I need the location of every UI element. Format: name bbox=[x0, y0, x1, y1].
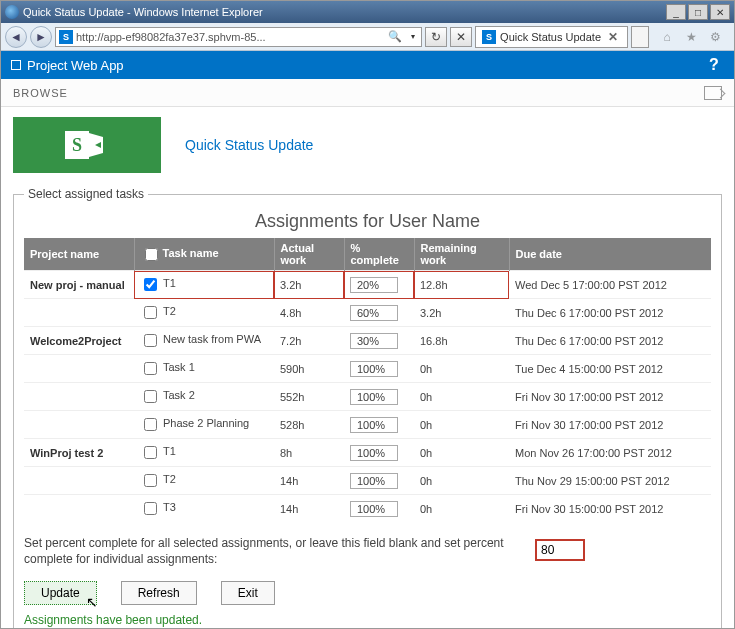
search-icon[interactable]: 🔍 bbox=[385, 30, 405, 43]
cell-task: T2 bbox=[134, 467, 274, 495]
cell-due: Mon Nov 26 17:00:00 PST 2012 bbox=[509, 439, 711, 467]
cell-due: Wed Dec 5 17:00:00 PST 2012 bbox=[509, 271, 711, 299]
suite-bar: Project Web App ? bbox=[1, 51, 734, 79]
cell-actual: 8h bbox=[274, 439, 344, 467]
task-checkbox[interactable] bbox=[144, 446, 157, 459]
pct-input[interactable]: 20% bbox=[350, 277, 398, 293]
close-button[interactable]: ✕ bbox=[710, 4, 730, 20]
pct-input[interactable]: 100% bbox=[350, 501, 398, 517]
table-row: Phase 2 Planning528h100%0hFri Nov 30 17:… bbox=[24, 411, 711, 439]
pct-input[interactable]: 100% bbox=[350, 417, 398, 433]
exit-button[interactable]: Exit bbox=[221, 581, 275, 605]
cell-actual: 14h bbox=[274, 495, 344, 523]
cell-pct: 60% bbox=[344, 299, 414, 327]
favorites-icon[interactable]: ★ bbox=[682, 28, 700, 46]
help-icon[interactable]: ? bbox=[704, 55, 724, 75]
task-checkbox[interactable] bbox=[144, 474, 157, 487]
task-checkbox[interactable] bbox=[144, 502, 157, 515]
app-header: S Quick Status Update bbox=[13, 117, 722, 173]
col-due: Due date bbox=[509, 238, 711, 271]
cell-remaining: 0h bbox=[414, 411, 509, 439]
table-header-row: Project name Task name Actual work % com… bbox=[24, 238, 711, 271]
task-checkbox[interactable] bbox=[144, 334, 157, 347]
task-name: T3 bbox=[163, 501, 176, 513]
task-name: Task 2 bbox=[163, 389, 195, 401]
bulk-percent-input[interactable] bbox=[536, 540, 584, 560]
table-row: T214h100%0hThu Nov 29 15:00:00 PST 2012 bbox=[24, 467, 711, 495]
browser-tab[interactable]: S Quick Status Update ✕ bbox=[475, 26, 628, 48]
cell-task: T1 bbox=[134, 271, 274, 299]
minimize-button[interactable]: _ bbox=[666, 4, 686, 20]
new-tab-button[interactable] bbox=[631, 26, 649, 48]
back-button[interactable]: ◄ bbox=[5, 26, 27, 48]
table-row: WinProj test 2T18h100%0hMon Nov 26 17:00… bbox=[24, 439, 711, 467]
table-row: Task 2552h100%0hFri Nov 30 17:00:00 PST … bbox=[24, 383, 711, 411]
refresh-button[interactable]: ↻ bbox=[425, 27, 447, 47]
refresh-page-button[interactable]: Refresh bbox=[121, 581, 197, 605]
cell-task: T3 bbox=[134, 495, 274, 523]
ribbon-row: BROWSE bbox=[1, 79, 734, 107]
task-checkbox[interactable] bbox=[144, 390, 157, 403]
pct-input[interactable]: 30% bbox=[350, 333, 398, 349]
cell-project bbox=[24, 355, 134, 383]
cell-due: Tue Dec 4 15:00:00 PST 2012 bbox=[509, 355, 711, 383]
cell-remaining: 0h bbox=[414, 439, 509, 467]
task-checkbox[interactable] bbox=[144, 362, 157, 375]
cell-actual: 552h bbox=[274, 383, 344, 411]
cell-due: Thu Nov 29 15:00:00 PST 2012 bbox=[509, 467, 711, 495]
home-icon[interactable]: ⌂ bbox=[658, 28, 676, 46]
task-name: Task 1 bbox=[163, 361, 195, 373]
stop-button[interactable]: ✕ bbox=[450, 27, 472, 47]
cell-pct: 100% bbox=[344, 439, 414, 467]
cell-actual: 590h bbox=[274, 355, 344, 383]
cell-task: Task 2 bbox=[134, 383, 274, 411]
task-checkbox[interactable] bbox=[144, 418, 157, 431]
ribbon-browse-tab[interactable]: BROWSE bbox=[13, 87, 68, 99]
url-dropdown-icon[interactable]: ▾ bbox=[408, 32, 418, 41]
tab-favicon: S bbox=[482, 30, 496, 44]
col-task: Task name bbox=[134, 238, 274, 271]
update-button[interactable]: Update ↖ bbox=[24, 581, 97, 605]
sharepoint-logo: S bbox=[13, 117, 161, 173]
cell-project bbox=[24, 467, 134, 495]
cell-pct: 100% bbox=[344, 495, 414, 523]
select-all-checkbox[interactable] bbox=[145, 248, 158, 261]
col-actual: Actual work bbox=[274, 238, 344, 271]
focus-on-content-icon[interactable] bbox=[704, 86, 722, 100]
pct-input[interactable]: 100% bbox=[350, 473, 398, 489]
pct-input[interactable]: 100% bbox=[350, 361, 398, 377]
cell-project bbox=[24, 495, 134, 523]
cell-remaining: 0h bbox=[414, 383, 509, 411]
cursor-icon: ↖ bbox=[86, 594, 98, 610]
cell-due: Fri Nov 30 17:00:00 PST 2012 bbox=[509, 411, 711, 439]
table-row: Welcome2ProjectNew task from PWA7.2h30%1… bbox=[24, 327, 711, 355]
maximize-button[interactable]: □ bbox=[688, 4, 708, 20]
forward-button[interactable]: ► bbox=[30, 26, 52, 48]
cell-project: New proj - manual bbox=[24, 271, 134, 299]
task-checkbox[interactable] bbox=[144, 306, 157, 319]
cell-due: Fri Nov 30 15:00:00 PST 2012 bbox=[509, 495, 711, 523]
task-checkbox[interactable] bbox=[144, 278, 157, 291]
pct-input[interactable]: 60% bbox=[350, 305, 398, 321]
suite-logo-icon bbox=[11, 60, 21, 70]
task-name: T2 bbox=[163, 305, 176, 317]
cell-task: T1 bbox=[134, 439, 274, 467]
col-pct: % complete bbox=[344, 238, 414, 271]
pct-input[interactable]: 100% bbox=[350, 445, 398, 461]
cell-remaining: 0h bbox=[414, 495, 509, 523]
cell-pct: 30% bbox=[344, 327, 414, 355]
tab-close-icon[interactable]: ✕ bbox=[605, 30, 621, 44]
page-title[interactable]: Quick Status Update bbox=[185, 137, 313, 153]
address-bar[interactable]: S http://app-ef98082fa37e37.sphvm-85... … bbox=[55, 27, 422, 47]
browser-tools: ⌂ ★ ⚙ bbox=[652, 28, 730, 46]
page-content: S Quick Status Update Select assigned ta… bbox=[1, 107, 734, 629]
bulk-update-section: Set percent complete for all selected as… bbox=[24, 536, 711, 627]
tools-gear-icon[interactable]: ⚙ bbox=[706, 28, 724, 46]
col-remaining: Remaining work bbox=[414, 238, 509, 271]
pct-input[interactable]: 100% bbox=[350, 389, 398, 405]
cell-project bbox=[24, 299, 134, 327]
table-row: T24.8h60%3.2hThu Dec 6 17:00:00 PST 2012 bbox=[24, 299, 711, 327]
table-row: T314h100%0hFri Nov 30 15:00:00 PST 2012 bbox=[24, 495, 711, 523]
task-name: T1 bbox=[163, 445, 176, 457]
fieldset-legend: Select assigned tasks bbox=[24, 187, 148, 201]
